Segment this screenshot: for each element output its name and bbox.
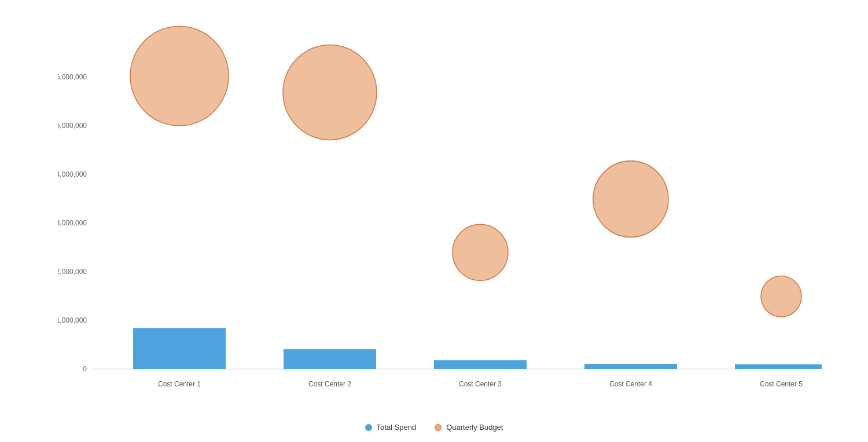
bar-cc4-spend: [584, 364, 677, 369]
bubble-cc5-budget: [761, 276, 801, 317]
legend-total-spend: Total Spend: [365, 423, 417, 432]
xlabel-cc2: Cost Center 2: [308, 380, 351, 388]
legend: Total Spend Quarterly Budget: [0, 416, 868, 442]
chart-svg: 0 1,000,000 2,000,000 3,000,000 4,000,00…: [58, 17, 822, 416]
legend-dot-total-spend: [365, 424, 372, 431]
svg-text:3,000,000: 3,000,000: [58, 219, 87, 227]
legend-label-quarterly-budget: Quarterly Budget: [446, 423, 503, 432]
bar-cc2-spend: [284, 349, 376, 369]
bubble-cc1-budget: [130, 26, 229, 126]
svg-text:1,000,000: 1,000,000: [58, 316, 87, 324]
bubble-cc3-budget: [453, 224, 508, 280]
svg-text:5,000,000: 5,000,000: [58, 122, 87, 130]
legend-label-total-spend: Total Spend: [377, 423, 417, 432]
bar-cc5-spend: [735, 364, 822, 369]
xlabel-cc4: Cost Center 4: [609, 380, 652, 388]
svg-text:0: 0: [83, 365, 87, 373]
svg-text:6,000,000: 6,000,000: [58, 73, 87, 81]
svg-text:2,000,000: 2,000,000: [58, 268, 87, 276]
bar-cc3-spend: [434, 360, 527, 369]
legend-dot-quarterly-budget: [435, 424, 442, 431]
xlabel-cc5: Cost Center 5: [760, 380, 803, 388]
svg-text:4,000,000: 4,000,000: [58, 170, 87, 178]
chart-container: 0 1,000,000 2,000,000 3,000,000 4,000,00…: [0, 0, 868, 442]
xlabel-cc1: Cost Center 1: [158, 380, 201, 388]
bubble-cc2-budget: [283, 45, 377, 140]
chart-area: 0 1,000,000 2,000,000 3,000,000 4,000,00…: [0, 0, 868, 416]
legend-quarterly-budget: Quarterly Budget: [435, 423, 503, 432]
xlabel-cc3: Cost Center 3: [459, 380, 502, 388]
bubble-cc4-budget: [593, 161, 668, 238]
bar-cc1-spend: [133, 328, 226, 369]
